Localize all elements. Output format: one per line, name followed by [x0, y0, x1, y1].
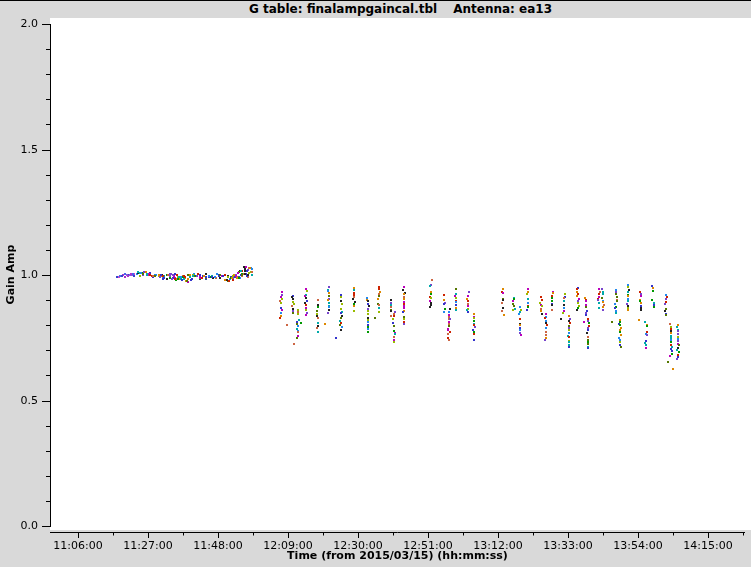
- x-tick-label: 11:48:00: [186, 539, 250, 553]
- x-tick-label: 12:09:00: [256, 539, 320, 553]
- plotcal-window: G table: finalampgaincal.tblAntenna: ea1…: [0, 0, 751, 567]
- gain-amp-vs-time-plot-canvas[interactable]: [0, 1, 751, 567]
- x-tick-label: 13:12:00: [466, 539, 530, 553]
- y-tick-label: 1.0: [0, 268, 38, 282]
- x-tick-label: 12:30:00: [326, 539, 390, 553]
- x-tick-label: 11:27:00: [116, 539, 180, 553]
- x-tick-label: 12:51:00: [396, 539, 460, 553]
- y-tick-label: 2.0: [0, 17, 38, 31]
- x-tick-label: 11:06:00: [46, 539, 110, 553]
- y-tick-label: 0.5: [0, 394, 38, 408]
- y-tick-label: 0.0: [0, 519, 38, 533]
- x-tick-label: 13:54:00: [606, 539, 670, 553]
- x-tick-label: 13:33:00: [536, 539, 600, 553]
- y-tick-label: 1.5: [0, 143, 38, 157]
- x-tick-label: 14:15:00: [676, 539, 740, 553]
